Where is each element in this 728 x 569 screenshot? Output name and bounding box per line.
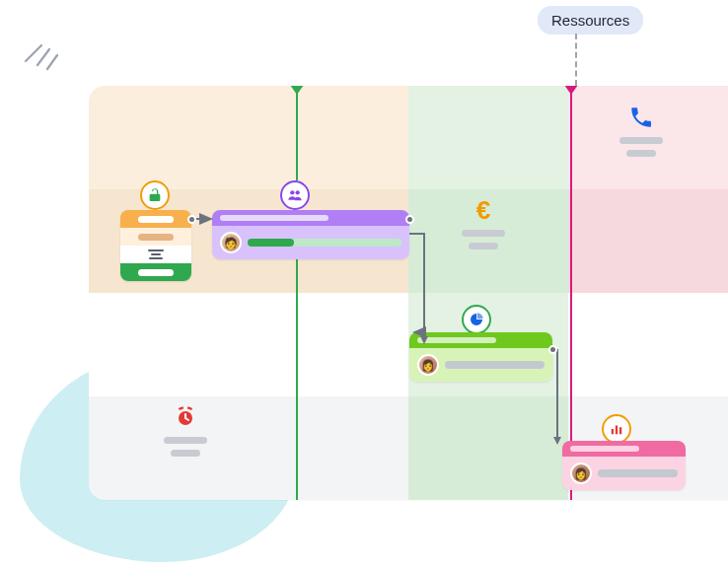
svg-marker-17 — [420, 336, 428, 344]
connector-lines — [89, 86, 728, 500]
svg-line-2 — [47, 55, 57, 69]
connector-dot — [187, 215, 196, 224]
sparkle-icon — [18, 28, 63, 73]
timeline-board: € — [89, 86, 728, 500]
diagram-stage: Ressources — [0, 0, 728, 569]
svg-line-0 — [26, 45, 41, 61]
connector-dot — [405, 215, 414, 224]
resources-connector — [575, 34, 577, 86]
svg-marker-18 — [553, 437, 561, 445]
svg-line-1 — [37, 49, 49, 65]
resources-tag[interactable]: Ressources — [538, 6, 643, 35]
connector-dot — [548, 345, 557, 354]
